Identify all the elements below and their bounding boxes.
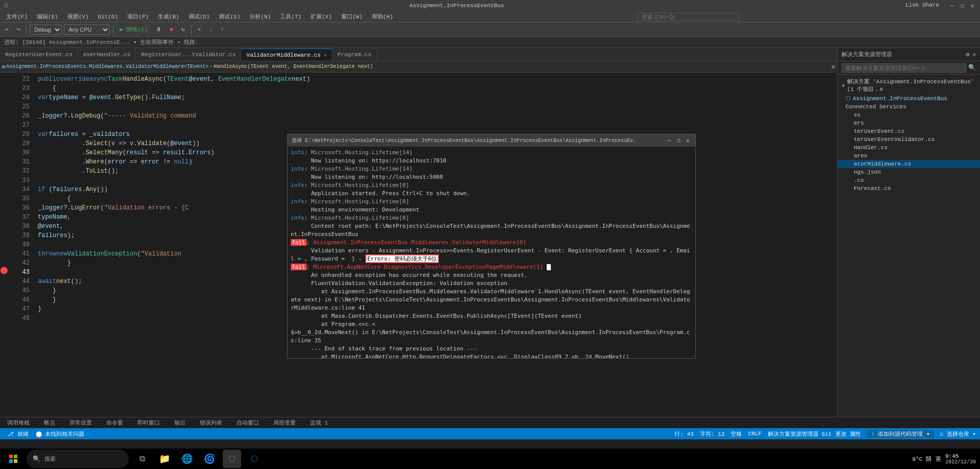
tree-item-handlercs[interactable]: Handler.cs — [837, 144, 980, 152]
menu-item-s[interactable]: 测试(S) — [215, 12, 244, 21]
menu-item-v[interactable]: 视图(V) — [63, 12, 93, 21]
pause-btn[interactable]: ⏸ — [153, 25, 165, 34]
restore-btn[interactable]: ❐ — [959, 2, 966, 9]
gutter-32 — [0, 165, 8, 174]
tab-validatormiddlewarecs[interactable]: ValidatorMiddleware.cs✕ — [241, 49, 332, 61]
terminal-restore-btn[interactable]: ❐ — [675, 137, 682, 144]
select-repo-btn[interactable]: ☑ 选择仓库 ▾ — [940, 430, 976, 438]
file-manager-btn[interactable]: 📁 — [155, 450, 174, 468]
sidebar-search-icon[interactable]: 🔍 — [968, 64, 976, 72]
bottom-tab-1[interactable]: 监视 1 — [307, 418, 331, 428]
gutter-36 — [0, 201, 8, 210]
platform-select[interactable]: Any CPU — [64, 25, 110, 35]
tree-solution[interactable]: ▾ 解决方案 'Assignment.InProcessEventBus' (1… — [837, 77, 980, 94]
sidebar-sync-btn[interactable]: ⊞ — [966, 51, 970, 58]
tree-item-cs[interactable]: .cs — [837, 176, 980, 184]
bottom-tab-[interactable]: 异常设置 — [66, 418, 95, 428]
tree-item-terusereventvalidatorcs[interactable]: terUserEventValidator.cs — [837, 135, 980, 144]
line-num-31: 31 — [8, 157, 34, 167]
tab-close-btn[interactable]: ✕ — [324, 52, 327, 58]
terminal-line-11: Validation errors - Assignment.InProcess… — [291, 247, 692, 263]
menu-item-n[interactable]: 分析(N) — [245, 12, 275, 21]
run-btn[interactable]: ▶ 继续(C) — [116, 25, 151, 34]
menu-item-e[interactable]: 编辑(E) — [33, 12, 62, 21]
gutter-39 — [0, 229, 8, 238]
menu-item-p[interactable]: 项目(P) — [123, 12, 153, 21]
start-btn[interactable] — [4, 450, 22, 468]
taskbar: 🔍 搜索 ⧉ 📁 🌐 🌀 ⬡ ⬡ 8°C 阴 英 9:45 2022/12/30 — [0, 449, 980, 469]
bottom-tab-[interactable]: 错误列表 — [197, 418, 225, 428]
minimize-btn[interactable]: — — [948, 2, 955, 9]
bottom-tab-[interactable]: 自动窗口 — [234, 418, 262, 428]
menu-bar: 文件(F)编辑(E)视图(V)Git(G)项目(P)生成(B)调试(D)测试(S… — [0, 11, 980, 22]
step-into-btn[interactable]: ↓ — [206, 26, 216, 34]
stop-btn[interactable]: ■ — [167, 26, 176, 34]
tab-programcs[interactable]: Program.cs — [333, 49, 377, 61]
terminal-close-btn[interactable]: ✕ — [684, 137, 691, 144]
tree-item-ngsjson[interactable]: ngs.json — [837, 168, 980, 176]
status-git[interactable]: ⎇ 就绪 — [4, 430, 32, 438]
bottom-tab-[interactable]: 调用堆栈 — [4, 418, 33, 428]
gutter-28 — [0, 128, 8, 137]
global-search-input[interactable] — [637, 13, 739, 21]
live-share-btn[interactable]: Live Share — [905, 2, 939, 9]
menu-item-w[interactable]: 窗口(W) — [337, 12, 367, 21]
task-view-btn[interactable]: ⧉ — [133, 450, 151, 468]
sidebar-header: 解决方案资源管理器 ⊞ ✕ — [837, 48, 980, 61]
terminal-minimize-btn[interactable]: — — [666, 137, 673, 144]
menu-item-t[interactable]: 工具(T) — [276, 12, 306, 21]
nav-expand-btn[interactable]: ⊞ — [832, 64, 835, 70]
tree-item-connectedservices[interactable]: Connected Services — [837, 103, 980, 111]
nav-bar: ⊞ Assignment.InProcessEvents.Middlewares… — [0, 61, 837, 73]
tree-item-atormiddlewarecs[interactable]: atorMiddleware.cs — [837, 160, 980, 168]
tab-registerusereventcs[interactable]: RegisterUserEvent.cs — [0, 49, 78, 61]
search-btn[interactable]: 🔍 搜索 — [27, 450, 129, 468]
terminal-line-4: info: Microsoft.Hosting.Lifetime[0] — [291, 181, 692, 190]
tree-item-ers[interactable]: ers — [837, 119, 980, 127]
vs-btn[interactable]: ⬡ — [223, 450, 241, 468]
gutter-26 — [0, 109, 8, 119]
terminal-content[interactable]: info: Microsoft.Hosting.Lifetime[14] Now… — [288, 147, 695, 358]
line-num-47: 47 — [8, 304, 34, 314]
undo-btn[interactable]: ↩ — [2, 25, 12, 34]
bottom-tab-[interactable]: 即时窗口 — [134, 418, 163, 428]
svg-rect-0 — [9, 455, 13, 458]
sidebar-close-btn[interactable]: ✕ — [972, 51, 976, 58]
menu-item-d[interactable]: 调试(D) — [184, 12, 214, 21]
terminal-line-6: info: Microsoft.Hosting.Lifetime[0] — [291, 198, 692, 206]
menu-item-h[interactable]: 帮助(H) — [368, 12, 398, 21]
redo-btn[interactable]: ↪ — [14, 25, 24, 34]
menu-item-x[interactable]: 扩展(X) — [307, 12, 336, 21]
tree-item-ares[interactable]: ares — [837, 152, 980, 160]
menu-item-b[interactable]: 生成(B) — [154, 12, 183, 21]
restart-btn[interactable]: ↻ — [178, 25, 188, 34]
tree-item-ss[interactable]: ss — [837, 111, 980, 119]
tree-item-terusereventcs[interactable]: terUserEvent.cs — [837, 127, 980, 135]
tree-root[interactable]: ⬡ Assignment.InProcessEventBus — [837, 94, 980, 103]
close-btn[interactable]: ✕ — [969, 2, 976, 9]
gutter-34 — [0, 183, 8, 192]
line-gutter: ⬤ — [0, 73, 8, 417]
add-to-source-control[interactable]: ↑ 添加到源代码管理 ▾ — [867, 430, 934, 438]
tab-label: RegisterUser...tValidator.cs — [141, 52, 236, 58]
bottom-tab-[interactable]: 断点 — [41, 418, 58, 428]
menu-item-f[interactable]: 文件(F) — [2, 12, 32, 21]
browser-btn[interactable]: 🌐 — [178, 450, 196, 468]
debug-mode-select[interactable]: Debug — [30, 25, 62, 35]
step-out-btn[interactable]: ↑ — [218, 26, 227, 34]
edge-btn[interactable]: 🌀 — [200, 450, 219, 468]
menu-item-gitg[interactable]: Git(G) — [94, 13, 122, 21]
bottom-tab-[interactable]: 命令窗 — [103, 418, 126, 428]
sidebar-search-input[interactable] — [842, 63, 966, 73]
vs-code-btn[interactable]: ⬡ — [245, 450, 264, 468]
bottom-tab-[interactable]: 局部变量 — [270, 418, 299, 428]
terminal-line-1: Now listening on: https://localhost:7010 — [291, 157, 692, 165]
bottom-tab-[interactable]: 输出 — [171, 418, 189, 428]
step-over-btn[interactable]: ↷ — [195, 25, 204, 34]
terminal-line-15: at Assignment.InProcessEventBus.Middlewa… — [291, 288, 692, 312]
tab-label: Program.cs — [338, 52, 371, 58]
tab-userhandlercs[interactable]: UserHandler.cs — [78, 49, 136, 61]
tab-registerusertvalidatorcs[interactable]: RegisterUser...tValidator.cs — [136, 49, 241, 61]
line-num-44: 44 — [8, 277, 34, 286]
tree-item-forecastcs[interactable]: Forecast.cs — [837, 184, 980, 193]
